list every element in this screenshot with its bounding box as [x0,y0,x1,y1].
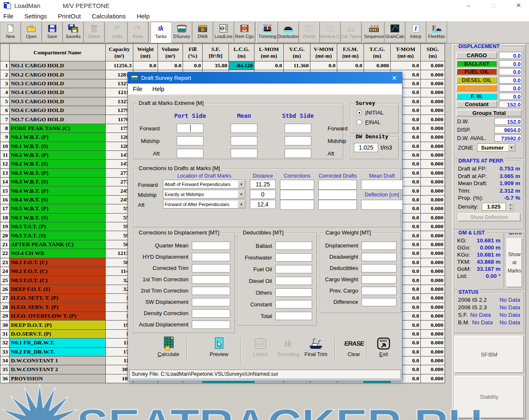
dialog-menu-file[interactable]: File [133,86,142,92]
cell[interactable]: 0.000 [421,204,445,213]
cell[interactable]: 0.000 [421,339,445,347]
survey-option-final[interactable]: FINAL [356,119,398,125]
toolbar-open-button[interactable]: Open [21,22,42,43]
cell[interactable]: 0.000 [421,365,445,374]
cell[interactable]: 11.360 [284,61,310,70]
cell[interactable]: 0.000 [421,79,445,88]
cell[interactable]: 0.000 [421,160,445,168]
field-input-difference[interactable] [361,298,397,306]
field-input-ballast[interactable] [275,242,312,250]
corrections-input-midship[interactable] [280,190,314,200]
field-input-deadweight[interactable] [361,253,397,261]
toolbar-saveas-button[interactable]: SaveAs [63,22,84,43]
cell[interactable]: 0.000 [421,150,445,159]
minimize-button[interactable]: – [459,0,478,11]
field-input-2nd-trim-correction[interactable] [192,287,230,295]
cell[interactable]: 0.000 [421,70,445,79]
cell[interactable]: 0.000 [421,88,445,97]
distance-input-forward[interactable]: 11.25 [250,180,276,189]
menu-item-settings[interactable]: Settings [24,13,47,20]
cell[interactable]: 0.000 [421,276,445,285]
field-input-displacement[interactable] [361,242,397,250]
cell[interactable]: 0.000 [421,240,445,249]
cell[interactable]: 0.000 [421,347,445,356]
marks-input-forward-1[interactable] [231,124,257,133]
cell[interactable]: 0.0 [337,61,364,70]
cell[interactable]: 0.000 [421,168,445,177]
field-input-sw-displacement[interactable] [192,298,230,306]
field-input-density-correction[interactable] [192,309,230,318]
field-input-others[interactable] [275,288,312,297]
density-value[interactable]: 1.025 [482,203,506,211]
final-trim-button[interactable]: Final Trim [298,336,334,363]
marks-input-midship-0[interactable] [177,136,203,145]
displacement-ballast-button[interactable]: BALLAST [456,60,497,67]
toolbar-dwa-button[interactable]: DWA [192,22,213,43]
cell[interactable]: 0.000 [421,195,445,204]
cell[interactable]: 0.000 [421,213,445,222]
calculate-button[interactable]: Calculate [150,336,186,363]
toolbar-graincalc-button[interactable]: GrainCalc [384,22,405,43]
cell[interactable]: 0.000 [421,311,445,320]
displacement-diesel-oil-button[interactable]: DIESEL OIL [456,76,497,84]
cell[interactable]: 0.000 [421,222,445,231]
toolbar-distribution-button[interactable]: Distribution [278,22,299,43]
cell[interactable]: 0.000 [421,321,445,329]
menu-item-file[interactable]: File [3,13,13,20]
cell[interactable]: 0.0 [391,61,421,70]
toolbar-tanks-button[interactable]: tkTanks [150,22,171,43]
marks-input-midship-2[interactable] [285,136,311,145]
toolbar-rem-cgo-button[interactable]: Rem Cgo [234,22,255,43]
marks-input-aft-0[interactable] [177,149,203,158]
toolbar-fleeman-button[interactable]: FFleeMan [426,22,447,43]
toolbar-new-button[interactable]: New [0,22,21,43]
cell[interactable]: 0.000 [421,303,445,311]
cell[interactable]: 0.000 [421,115,445,124]
radio-initial[interactable] [356,110,362,115]
show-deflection-button[interactable]: Show Deflection [458,213,521,221]
cell[interactable]: 0.000 [421,142,445,150]
exit-button[interactable]: EXITExit [366,336,402,363]
cell[interactable]: 0.0 [183,61,203,70]
field-input-1st-trim-correction[interactable] [192,275,230,284]
cell[interactable]: 0.0 [254,61,284,70]
cell[interactable]: 0.000 [421,231,445,240]
field-input-hyd-displacement[interactable] [192,253,230,261]
displacement-cargo-button[interactable]: CARGO [456,52,497,59]
radio-final[interactable] [356,120,362,125]
marks-input-forward-2[interactable] [285,124,311,133]
toolbar-dsurvey-button[interactable]: DSurvey [171,22,192,43]
field-input-freshwater[interactable] [275,253,312,262]
cell[interactable]: 0.000 [421,133,445,142]
groups-total-button[interactable]: Groups Total [456,109,522,117]
cell[interactable]: 0.000 [421,329,445,338]
field-input-total[interactable] [275,312,312,320]
mean-draft-input-aft[interactable] [361,200,403,210]
menu-item-calculations[interactable]: Calculations [92,13,126,20]
field-input-prev-cargo[interactable] [361,287,397,295]
show-at-marks-button[interactable]: ShowatMarks [506,238,522,288]
stability-button[interactable]: Stability [454,376,524,418]
cell[interactable]: -84.120 [229,61,254,70]
cell[interactable]: 35.88 [203,61,229,70]
menu-item-help[interactable]: Help [137,13,150,20]
corrections-input-aft[interactable] [280,200,314,210]
corrections-input-forward[interactable] [280,180,314,190]
cell[interactable]: 0.000 [364,61,391,70]
cell[interactable]: 0.000 [421,258,445,267]
density-spinner[interactable]: ▲▼ [508,203,514,211]
displacement-fuel-oil-button[interactable]: FUEL OIL [456,68,497,75]
field-input-constant[interactable] [275,300,312,308]
dialog-close-icon[interactable]: ✕ [392,74,397,82]
cell[interactable]: 0.000 [421,61,445,70]
toolbar-sequence-button[interactable]: 123Sequence [364,22,384,43]
cell[interactable]: 0.000 [421,124,445,132]
field-input-cargo-weight[interactable] [361,275,397,284]
field-input-diesel-oil[interactable] [275,277,312,285]
mean-draft-input-forward[interactable] [361,180,403,190]
dialog-menu-help[interactable]: Help [153,86,165,92]
corrected-drafts-input-midship[interactable] [318,190,357,200]
corrected-drafts-input-forward[interactable] [318,180,357,190]
marks-input-aft-2[interactable] [285,149,311,158]
cell[interactable]: 0.0 [158,61,183,70]
